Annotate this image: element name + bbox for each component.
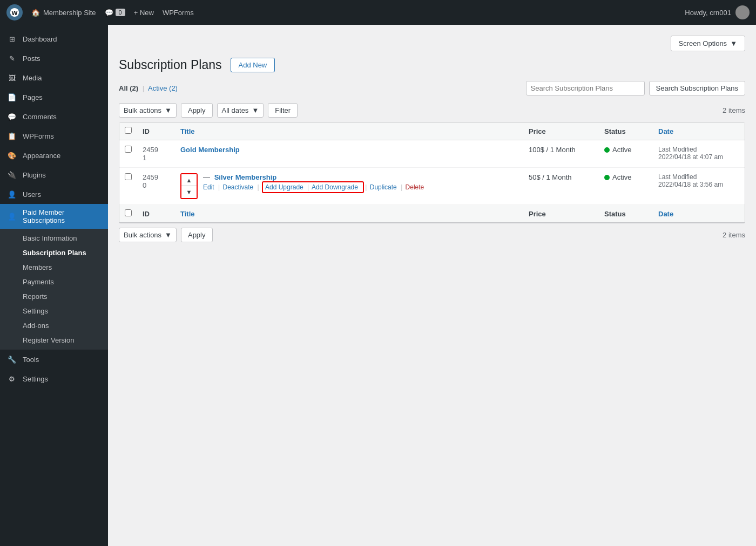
sidebar-item-media[interactable]: 🖼 Media	[0, 68, 108, 87]
search-input[interactable]	[526, 81, 645, 95]
sidebar-item-users[interactable]: 👤 Users	[0, 185, 108, 204]
add-upgrade-link[interactable]: Add Upgrade	[265, 183, 303, 191]
col-date-header[interactable]: Date	[653, 122, 745, 140]
dashboard-icon: ⊞	[6, 33, 17, 44]
table-wrap: ID Title Price Status Date	[119, 122, 745, 223]
row-checkbox-1[interactable]	[125, 146, 132, 153]
pages-icon: 📄	[6, 92, 17, 103]
row-id-2: 2459 0	[137, 168, 175, 205]
bottom-toolbar: Bulk actions ▼ Apply 2 items	[119, 228, 745, 242]
title-dash: —	[203, 173, 210, 181]
wp-logo-icon[interactable]: W	[6, 4, 23, 21]
sidebar-item-settings[interactable]: ⚙ Settings	[0, 369, 108, 388]
items-count-top: 2 items	[723, 106, 745, 114]
row-price-1: 100$ / 1 Month	[523, 140, 599, 168]
row-checkbox-cell	[119, 168, 137, 205]
order-controls: ▲ ▼	[180, 173, 198, 199]
wpforms-link[interactable]: WPForms	[163, 9, 194, 17]
sidebar-item-tools[interactable]: 🔧 Tools	[0, 350, 108, 369]
avatar	[735, 5, 750, 19]
sidebar-item-posts[interactable]: ✎ Posts	[0, 49, 108, 68]
row-status-1: Active	[599, 140, 653, 168]
submenu-add-ons[interactable]: Add-ons	[0, 318, 108, 333]
dates-dropdown[interactable]: All dates ▼	[217, 103, 264, 118]
bulk-actions-dropdown-bottom[interactable]: Bulk actions ▼	[119, 228, 177, 242]
add-downgrade-link[interactable]: Add Downgrade	[312, 183, 358, 191]
svg-text:W: W	[11, 9, 18, 16]
sidebar-item-dashboard[interactable]: ⊞ Dashboard	[0, 29, 108, 49]
silver-membership-link[interactable]: Silver Membership	[214, 173, 277, 181]
user-greeting[interactable]: Howdy, crn001	[685, 5, 750, 19]
row-price-2: 50$ / 1 Month	[523, 168, 599, 205]
footer-col-checkbox	[119, 205, 137, 223]
search-button[interactable]: Search Subscription Plans	[649, 81, 745, 95]
items-count-bottom: 2 items	[723, 231, 745, 239]
screen-options-button[interactable]: Screen Options ▼	[671, 36, 745, 51]
title-sort-link[interactable]: Title	[180, 127, 195, 135]
col-id-header: ID	[137, 122, 175, 140]
subscription-plans-table: ID Title Price Status Date	[119, 122, 745, 223]
date-sort-link[interactable]: Date	[658, 127, 673, 135]
row-title-2: ▲ ▼ — Silver Membership Edit |	[175, 168, 523, 205]
comments-link[interactable]: 💬 0	[105, 9, 125, 17]
tools-icon: 🔧	[6, 354, 17, 365]
chevron-down-icon: ▼	[165, 106, 172, 114]
deactivate-link[interactable]: Deactivate	[223, 183, 254, 191]
footer-title-sort-link[interactable]: Title	[180, 210, 195, 218]
sidebar-item-plugins[interactable]: 🔌 Plugins	[0, 165, 108, 185]
row-id-1: 2459 1	[137, 140, 175, 168]
select-all-checkbox-bottom[interactable]	[125, 209, 132, 216]
row-title-1: Gold Membership	[175, 140, 523, 168]
duplicate-link[interactable]: Duplicate	[370, 183, 397, 191]
sidebar-item-paid-member[interactable]: 👤 Paid Member Subscriptions	[0, 204, 108, 229]
filter-button[interactable]: Filter	[268, 103, 298, 118]
filter-sep: |	[143, 84, 144, 92]
sidebar-item-comments[interactable]: 💬 Comments	[0, 107, 108, 126]
add-new-button[interactable]: Add New	[231, 58, 275, 72]
submenu-subscription-plans[interactable]: Subscription Plans	[0, 245, 108, 260]
media-icon: 🖼	[6, 72, 17, 83]
delete-link[interactable]: Delete	[406, 183, 424, 191]
submenu-basic-info[interactable]: Basic Information	[0, 231, 108, 245]
submenu-reports[interactable]: Reports	[0, 289, 108, 304]
row-status-2: Active	[599, 168, 653, 205]
sidebar-item-pages[interactable]: 📄 Pages	[0, 87, 108, 107]
footer-col-id: ID	[137, 205, 175, 223]
select-all-checkbox[interactable]	[125, 127, 132, 134]
apply-button-bottom[interactable]: Apply	[181, 228, 213, 242]
submenu-payments[interactable]: Payments	[0, 275, 108, 289]
wpforms-icon: 📋	[6, 131, 17, 141]
row-date-2: Last Modified 2022/04/18 at 3:56 am	[653, 168, 745, 205]
submenu-members[interactable]: Members	[0, 260, 108, 275]
bulk-actions-dropdown[interactable]: Bulk actions ▼	[119, 103, 177, 118]
footer-col-price: Price	[523, 205, 599, 223]
new-content-link[interactable]: + New	[134, 9, 154, 17]
apply-button-top[interactable]: Apply	[181, 103, 213, 118]
table-footer-header-row: ID Title Price Status Date	[119, 205, 745, 223]
status-dot-active	[604, 147, 610, 153]
date-modified-1: Last Modified 2022/04/18 at 4:07 am	[658, 146, 739, 161]
order-down-button[interactable]: ▼	[181, 186, 197, 198]
sidebar: ⊞ Dashboard ✎ Posts 🖼 Media 📄 Pages 💬 Co…	[0, 25, 108, 546]
chevron-down-icon: ▼	[730, 39, 737, 47]
footer-date-sort-link[interactable]: Date	[658, 210, 673, 218]
filter-all[interactable]: All (2)	[119, 84, 138, 92]
order-up-button[interactable]: ▲	[181, 174, 197, 186]
sidebar-item-appearance[interactable]: 🎨 Appearance	[0, 146, 108, 165]
submenu-settings[interactable]: Settings	[0, 304, 108, 318]
row-checkbox-2[interactable]	[125, 173, 132, 180]
filter-links: All (2) | Active (2)	[119, 84, 178, 92]
settings-icon: ⚙	[6, 373, 17, 384]
site-name[interactable]: 🏠 Membership Site	[31, 9, 96, 17]
upgrade-downgrade-box: Add Upgrade | Add Downgrade	[262, 181, 364, 193]
edit-link[interactable]: Edit	[203, 183, 214, 191]
table-header-row: ID Title Price Status Date	[119, 122, 745, 140]
filter-active[interactable]: Active (2)	[148, 84, 178, 92]
col-title-header[interactable]: Title	[175, 122, 523, 140]
sidebar-item-wpforms[interactable]: 📋 WPForms	[0, 126, 108, 146]
gold-membership-link[interactable]: Gold Membership	[180, 146, 240, 154]
page-title: Subscription Plans	[119, 58, 222, 72]
row-date-1: Last Modified 2022/04/18 at 4:07 am	[653, 140, 745, 168]
submenu-register-version[interactable]: Register Version	[0, 333, 108, 347]
search-bar: Search Subscription Plans	[526, 81, 745, 95]
